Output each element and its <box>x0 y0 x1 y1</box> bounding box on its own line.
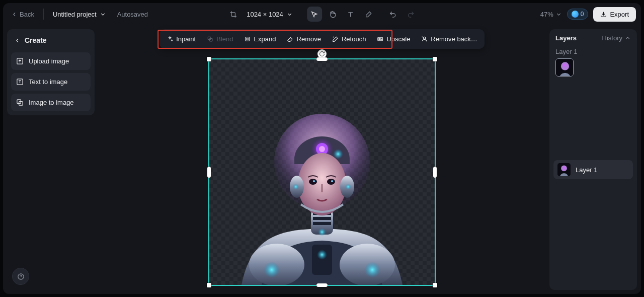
zoom-dropdown[interactable]: 47% <box>540 11 562 18</box>
upload-icon <box>16 57 24 65</box>
expand-label: Expand <box>254 35 276 43</box>
inpaint-label: Inpaint <box>176 35 196 43</box>
crop-size-button[interactable] <box>225 7 240 22</box>
canvas-area[interactable]: Inpaint Blend Expand Remove Retouch <box>99 25 545 294</box>
svg-point-11 <box>424 37 426 39</box>
layer-thumbnail[interactable] <box>555 58 574 77</box>
hand-tool[interactable] <box>325 7 340 22</box>
canvas-image[interactable] <box>209 59 435 285</box>
brush-icon <box>365 11 372 18</box>
chevron-down-icon <box>100 11 106 18</box>
top-center-tools: 1024 × 1024 <box>225 7 419 22</box>
layers-card: Layers History Layer 1 <box>549 29 637 290</box>
brush-tool[interactable] <box>361 7 376 22</box>
resize-handle-bottom[interactable] <box>316 283 328 287</box>
chevron-up-icon <box>624 35 631 41</box>
layer-list: Layer 1 <box>553 160 633 179</box>
create-title: Create <box>25 36 47 44</box>
main-area: Create Upload image Text to image Image … <box>3 25 641 294</box>
image-to-image-label: Image to image <box>29 99 74 106</box>
inpaint-button[interactable]: Inpaint <box>162 31 201 47</box>
canvas-dimensions[interactable]: 1024 × 1024 <box>244 9 296 20</box>
svg-point-29 <box>309 179 317 185</box>
create-card: Create Upload image Text to image Image … <box>7 29 95 115</box>
remove-button[interactable]: Remove <box>282 31 326 47</box>
remove-bg-label: Remove back… <box>431 35 477 43</box>
credits-pill[interactable]: 0 <box>567 9 589 20</box>
resize-handle-br[interactable] <box>433 283 437 287</box>
svg-rect-8 <box>246 37 250 41</box>
resize-handle-right[interactable] <box>433 167 437 178</box>
upload-image-button[interactable]: Upload image <box>11 52 91 70</box>
undo-icon <box>389 11 396 18</box>
hd-icon <box>377 36 383 42</box>
project-name-dropdown[interactable]: Untitled project <box>50 9 109 20</box>
top-bar: Back Untitled project Autosaved 1024 × 1… <box>3 3 641 25</box>
remove-label: Remove <box>297 35 321 43</box>
export-button[interactable]: Export <box>593 7 636 22</box>
right-panel: Layers History Layer 1 <box>545 25 641 294</box>
separator <box>43 9 44 20</box>
help-button[interactable] <box>12 268 29 285</box>
credits-icon <box>572 11 579 18</box>
canvas[interactable] <box>208 58 436 286</box>
text-to-image-button[interactable]: Text to image <box>11 73 91 91</box>
tab-layers[interactable]: Layers <box>555 34 577 42</box>
tab-history-label: History <box>602 34 622 42</box>
layer-item[interactable]: Layer 1 <box>553 160 633 179</box>
action-bar: Inpaint Blend Expand Remove Retouch <box>159 29 485 49</box>
credits-value: 0 <box>581 11 584 18</box>
svg-point-15 <box>364 262 380 278</box>
image-to-image-button[interactable]: Image to image <box>11 94 91 111</box>
svg-point-5 <box>171 40 172 41</box>
chevron-left-icon <box>11 11 18 18</box>
text-to-image-label: Text to image <box>29 78 67 86</box>
select-tool[interactable] <box>307 7 322 22</box>
svg-point-31 <box>313 180 315 182</box>
create-heading: Create <box>11 33 91 49</box>
download-icon <box>600 11 607 18</box>
resize-handle-tl[interactable] <box>207 57 211 61</box>
svg-point-27 <box>333 149 343 159</box>
back-button[interactable]: Back <box>8 9 37 20</box>
image-to-image-icon <box>16 99 24 106</box>
svg-point-17 <box>317 250 327 260</box>
resize-handle-bl[interactable] <box>207 283 211 287</box>
svg-rect-9 <box>247 38 248 40</box>
resize-handle-top[interactable] <box>316 57 328 61</box>
text-tool[interactable] <box>343 7 358 22</box>
resize-handle-left[interactable] <box>207 167 211 178</box>
layer-item-thumb <box>557 163 571 176</box>
autosaved-status: Autosaved <box>117 11 148 18</box>
tab-history[interactable]: History <box>602 34 631 42</box>
cursor-icon <box>310 11 318 18</box>
hand-icon <box>329 11 336 18</box>
rotate-icon <box>319 51 325 57</box>
upscale-label: Upscale <box>386 35 410 43</box>
svg-point-32 <box>331 180 333 182</box>
upscale-button[interactable]: Upscale <box>372 31 415 47</box>
retouch-button[interactable]: Retouch <box>327 31 371 47</box>
chevron-down-icon <box>286 11 293 18</box>
undo-button[interactable] <box>385 7 400 22</box>
back-label: Back <box>20 11 34 18</box>
tab-layers-label: Layers <box>555 34 577 42</box>
expand-button[interactable]: Expand <box>239 31 281 47</box>
svg-point-30 <box>327 179 335 185</box>
resize-handle-tr[interactable] <box>433 57 437 61</box>
wand-icon <box>332 36 339 42</box>
thumbnail-art <box>556 59 574 77</box>
svg-point-26 <box>319 146 325 152</box>
zoom-label: 47% <box>540 11 553 18</box>
redo-button[interactable] <box>404 7 419 22</box>
remove-background-button[interactable]: Remove back… <box>416 31 482 47</box>
blend-button: Blend <box>202 31 238 47</box>
text-to-image-icon <box>16 78 24 86</box>
layer-item-label: Layer 1 <box>576 166 597 174</box>
export-label: Export <box>610 11 629 18</box>
dimensions-label: 1024 × 1024 <box>247 11 283 18</box>
svg-rect-21 <box>313 222 331 225</box>
help-icon <box>17 273 25 280</box>
svg-rect-20 <box>313 217 331 220</box>
left-panel: Create Upload image Text to image Image … <box>3 25 99 294</box>
